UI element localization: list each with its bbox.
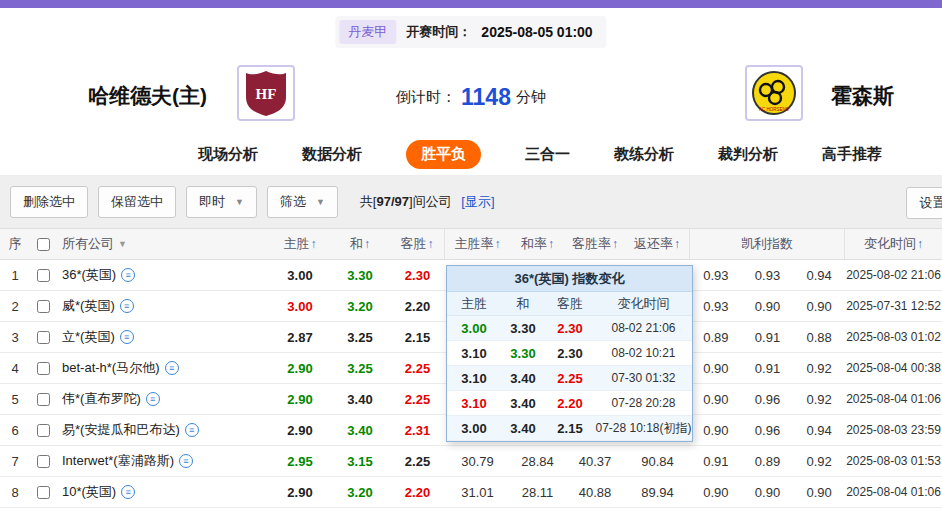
company-name[interactable]: 10*(英国) — [62, 483, 116, 501]
odds-trend-icon[interactable]: ≡ — [165, 361, 179, 375]
time-filter-dropdown[interactable]: 即时 ▼ — [186, 186, 257, 218]
kelly-away: 0.92 — [793, 384, 845, 414]
row-index: 8 — [0, 477, 30, 507]
away-odds[interactable]: 2.30 — [390, 260, 445, 290]
row-checkbox-cell — [30, 353, 56, 383]
away-odds[interactable]: 2.25 — [390, 353, 445, 383]
kelly-draw: 0.96 — [742, 384, 794, 414]
home-odds[interactable]: 3.00 — [270, 260, 330, 290]
table-row: 7Interwet*(塞浦路斯)≡2.953.152.2530.7928.844… — [0, 446, 942, 477]
table-toolbar: 删除选中 保留选中 即时 ▼ 筛选 ▼ 共[97/97]间公司 [显示] 设置/… — [0, 176, 942, 228]
home-odds[interactable]: 2.90 — [270, 477, 330, 507]
kelly-away: 0.92 — [793, 446, 845, 476]
show-link[interactable]: [显示] — [461, 194, 494, 209]
row-checkbox[interactable] — [37, 486, 50, 499]
odds-trend-icon[interactable]: ≡ — [120, 330, 134, 344]
row-checkbox[interactable] — [37, 393, 50, 406]
header-draw-rate[interactable]: 和率↑ — [510, 229, 565, 259]
delete-selected-button[interactable]: 删除选中 — [10, 186, 88, 218]
settings-button[interactable]: 设置/选择 — [906, 187, 942, 219]
company-name[interactable]: 伟*(直布罗陀) — [62, 390, 141, 408]
company-name[interactable]: bet-at-h*(马尔他) — [62, 359, 160, 377]
header-away-odds[interactable]: 客胜↑ — [390, 229, 445, 259]
away-odds[interactable]: 2.15 — [390, 322, 445, 352]
row-checkbox-cell — [30, 446, 56, 476]
draw-odds[interactable]: 3.20 — [330, 291, 390, 321]
header-company[interactable]: 所有公司 ▼ — [56, 229, 270, 259]
away-odds[interactable]: 2.20 — [390, 477, 445, 507]
odds-trend-icon[interactable]: ≡ — [120, 299, 134, 313]
header-home-odds[interactable]: 主胜↑ — [270, 229, 330, 259]
tab-referee[interactable]: 裁判分析 — [718, 145, 778, 164]
away-odds[interactable]: 2.20 — [390, 291, 445, 321]
company-name[interactable]: Interwet*(塞浦路斯) — [62, 452, 174, 470]
row-checkbox[interactable] — [37, 269, 50, 282]
company-cell: 威*(英国)≡ — [56, 291, 270, 321]
odds-trend-icon[interactable]: ≡ — [185, 423, 199, 437]
kelly-draw: 0.93 — [742, 260, 794, 290]
draw-odds[interactable]: 3.40 — [330, 384, 390, 414]
kelly-home: 0.89 — [690, 322, 742, 352]
draw-odds[interactable]: 3.15 — [330, 446, 390, 476]
row-checkbox[interactable] — [37, 362, 50, 375]
select-all-checkbox[interactable] — [37, 238, 50, 251]
tab-three-in-one[interactable]: 三合一 — [525, 145, 570, 164]
row-checkbox[interactable] — [37, 424, 50, 437]
kelly-cell: 0.900.910.92 — [690, 353, 845, 383]
league-badge: 丹麦甲 — [339, 20, 396, 44]
kelly-cell: 0.910.890.92 — [690, 446, 845, 476]
draw-odds[interactable]: 3.25 — [330, 353, 390, 383]
draw-rate: 28.11 — [510, 477, 565, 507]
home-team-logo: HF — [237, 65, 295, 121]
company-name[interactable]: 威*(英国) — [62, 297, 115, 315]
popup-away-odds: 2.30 — [545, 341, 595, 365]
tab-live[interactable]: 现场分析 — [198, 145, 258, 164]
draw-odds[interactable]: 3.25 — [330, 322, 390, 352]
header-draw-odds[interactable]: 和↑ — [330, 229, 390, 259]
home-odds[interactable]: 2.95 — [270, 446, 330, 476]
countdown-unit: 分钟 — [516, 88, 546, 107]
odds-trend-icon[interactable]: ≡ — [179, 454, 193, 468]
tab-coach[interactable]: 教练分析 — [614, 145, 674, 164]
header-return-rate[interactable]: 返还率↑ — [625, 229, 690, 259]
row-index: 3 — [0, 322, 30, 352]
popup-away-odds: 2.30 — [545, 316, 595, 340]
company-name[interactable]: 36*(英国) — [62, 266, 116, 284]
kelly-away: 0.94 — [793, 415, 845, 445]
tab-data[interactable]: 数据分析 — [302, 145, 362, 164]
away-odds[interactable]: 2.31 — [390, 415, 445, 445]
row-checkbox[interactable] — [37, 300, 50, 313]
tab-1x2[interactable]: 胜平负 — [406, 140, 481, 169]
odds-trend-icon[interactable]: ≡ — [146, 392, 160, 406]
header-change-time[interactable]: 变化时间↑ — [845, 229, 942, 259]
away-odds[interactable]: 2.25 — [390, 446, 445, 476]
row-checkbox[interactable] — [37, 455, 50, 468]
company-cell: 36*(英国)≡ — [56, 260, 270, 290]
header-home-rate[interactable]: 主胜率↑ — [445, 229, 510, 259]
draw-odds[interactable]: 3.20 — [330, 477, 390, 507]
keep-selected-button[interactable]: 保留选中 — [98, 186, 176, 218]
tab-expert[interactable]: 高手推荐 — [822, 145, 882, 164]
company-filter-icon[interactable]: ▼ — [118, 239, 127, 249]
away-odds[interactable]: 2.25 — [390, 384, 445, 414]
draw-odds[interactable]: 3.30 — [330, 260, 390, 290]
home-odds[interactable]: 2.90 — [270, 384, 330, 414]
company-cell: 易*(安提瓜和巴布达)≡ — [56, 415, 270, 445]
row-checkbox[interactable] — [37, 331, 50, 344]
company-name[interactable]: 立*(英国) — [62, 328, 115, 346]
draw-odds[interactable]: 3.40 — [330, 415, 390, 445]
odds-trend-icon[interactable]: ≡ — [121, 485, 135, 499]
sort-arrow-icon: ↑ — [674, 237, 680, 251]
away-team-logo: AC HORSENS — [745, 65, 803, 121]
row-checkbox-cell — [30, 260, 56, 290]
sort-arrow-icon: ↑ — [612, 237, 618, 251]
home-odds[interactable]: 2.90 — [270, 415, 330, 445]
filter-dropdown[interactable]: 筛选 ▼ — [267, 186, 338, 218]
company-name[interactable]: 易*(安提瓜和巴布达) — [62, 421, 180, 439]
header-away-rate[interactable]: 客胜率↑ — [565, 229, 625, 259]
home-odds[interactable]: 3.00 — [270, 291, 330, 321]
home-odds[interactable]: 2.87 — [270, 322, 330, 352]
home-odds[interactable]: 2.90 — [270, 353, 330, 383]
odds-trend-icon[interactable]: ≡ — [121, 268, 135, 282]
kelly-home: 0.91 — [690, 446, 742, 476]
